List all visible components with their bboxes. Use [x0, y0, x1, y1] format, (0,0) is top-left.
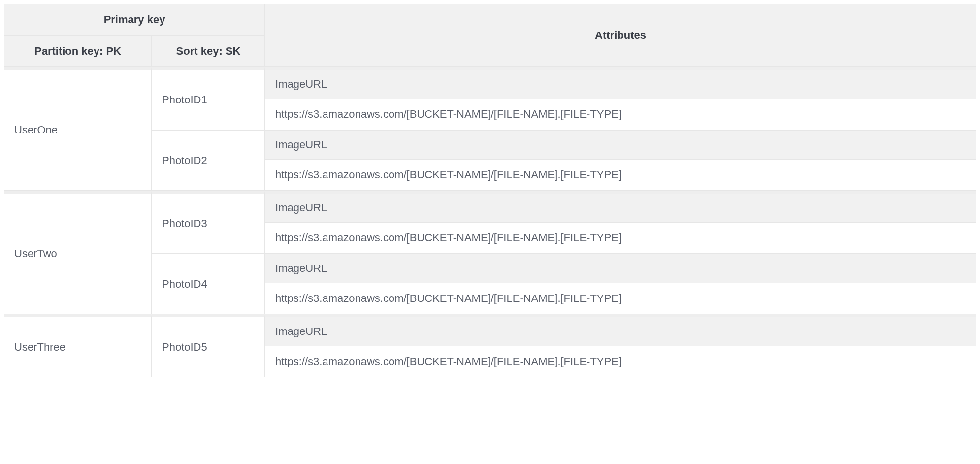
attribute-value: https://s3.amazonaws.com/[BUCKET-NAME]/[… — [265, 283, 976, 314]
table-row: UserOne PhotoID1 ImageURL https://s3.ama… — [4, 67, 976, 130]
table-row: UserTwo PhotoID3 ImageURL https://s3.ama… — [4, 191, 976, 254]
cell-attribute: ImageURL https://s3.amazonaws.com/[BUCKE… — [265, 314, 976, 377]
cell-partition-key: UserTwo — [4, 191, 152, 314]
header-partition-key: Partition key: PK — [4, 35, 152, 67]
attribute-name: ImageURL — [265, 317, 976, 346]
dynamodb-schema-table: Primary key Attributes Partition key: PK… — [4, 4, 976, 377]
cell-attribute: ImageURL https://s3.amazonaws.com/[BUCKE… — [265, 130, 976, 191]
cell-attribute: ImageURL https://s3.amazonaws.com/[BUCKE… — [265, 254, 976, 314]
attribute-name: ImageURL — [265, 70, 976, 99]
cell-attribute: ImageURL https://s3.amazonaws.com/[BUCKE… — [265, 67, 976, 130]
cell-sort-key: PhotoID5 — [152, 314, 265, 377]
attribute-value: https://s3.amazonaws.com/[BUCKET-NAME]/[… — [265, 160, 976, 190]
cell-sort-key: PhotoID1 — [152, 67, 265, 130]
attribute-name: ImageURL — [265, 131, 976, 160]
attribute-name: ImageURL — [265, 194, 976, 223]
attribute-value: https://s3.amazonaws.com/[BUCKET-NAME]/[… — [265, 346, 976, 377]
header-attributes: Attributes — [265, 4, 976, 67]
cell-sort-key: PhotoID3 — [152, 191, 265, 254]
cell-sort-key: PhotoID4 — [152, 254, 265, 314]
cell-partition-key: UserThree — [4, 314, 152, 377]
header-sort-key: Sort key: SK — [152, 35, 265, 67]
table-row: UserThree PhotoID5 ImageURL https://s3.a… — [4, 314, 976, 377]
attribute-name: ImageURL — [265, 254, 976, 283]
header-primary-key: Primary key — [4, 4, 265, 35]
attribute-value: https://s3.amazonaws.com/[BUCKET-NAME]/[… — [265, 223, 976, 253]
cell-partition-key: UserOne — [4, 67, 152, 191]
cell-sort-key: PhotoID2 — [152, 130, 265, 191]
cell-attribute: ImageURL https://s3.amazonaws.com/[BUCKE… — [265, 191, 976, 254]
attribute-value: https://s3.amazonaws.com/[BUCKET-NAME]/[… — [265, 99, 976, 130]
